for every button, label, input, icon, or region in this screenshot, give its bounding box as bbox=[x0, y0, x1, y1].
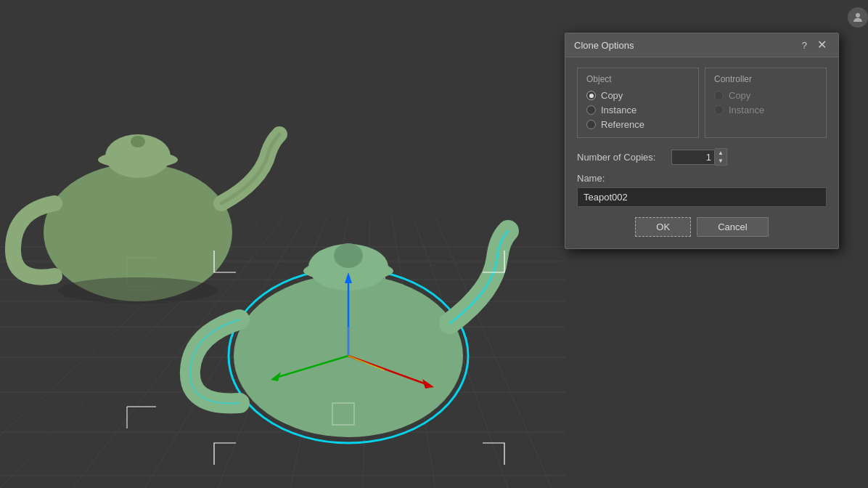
controller-copy-radio bbox=[714, 91, 724, 100]
dialog-body: Object Copy Instance bbox=[565, 57, 838, 248]
ok-button[interactable]: OK bbox=[635, 217, 691, 237]
number-of-copies-label: Number of Copies: bbox=[577, 152, 671, 163]
spinner-down-button[interactable]: ▼ bbox=[715, 157, 726, 165]
object-copy-label: Copy bbox=[601, 90, 623, 101]
object-instance-radio[interactable] bbox=[586, 105, 596, 115]
controller-copy-label: Copy bbox=[729, 90, 750, 101]
svg-point-40 bbox=[856, 13, 860, 17]
svg-point-24 bbox=[131, 136, 145, 147]
controller-radio-group: Copy Instance bbox=[714, 90, 817, 115]
number-of-copies-row: Number of Copies: ▲ ▼ bbox=[577, 148, 827, 166]
object-section: Object Copy Instance bbox=[577, 68, 699, 138]
object-copy-radio[interactable] bbox=[586, 91, 596, 100]
controller-section-label: Controller bbox=[714, 74, 817, 84]
dialog-titlebar: Clone Options ? ✕ bbox=[565, 33, 838, 57]
name-label: Name: bbox=[577, 173, 827, 184]
spinner-up-button[interactable]: ▲ bbox=[715, 149, 726, 157]
controller-instance-label: Instance bbox=[729, 105, 764, 115]
object-reference-label: Reference bbox=[601, 119, 644, 130]
svg-point-30 bbox=[334, 243, 363, 268]
controller-instance-radio bbox=[714, 105, 724, 115]
name-input[interactable] bbox=[577, 187, 827, 207]
svg-point-25 bbox=[58, 277, 218, 304]
cancel-button[interactable]: Cancel bbox=[697, 217, 768, 237]
spinner-wrapper: ▲ ▼ bbox=[671, 148, 727, 166]
object-copy-option[interactable]: Copy bbox=[586, 90, 689, 101]
dialog-title: Clone Options bbox=[574, 40, 634, 51]
controller-section: Controller Copy Instance bbox=[705, 68, 827, 138]
object-reference-option[interactable]: Reference bbox=[586, 119, 689, 130]
spinner-arrows: ▲ ▼ bbox=[715, 148, 727, 166]
number-of-copies-input[interactable] bbox=[671, 150, 715, 165]
dialog-controls: ? ✕ bbox=[799, 39, 830, 51]
controller-copy-option: Copy bbox=[714, 90, 817, 101]
sections-row: Object Copy Instance bbox=[577, 68, 827, 138]
object-instance-option[interactable]: Instance bbox=[586, 105, 689, 115]
user-icon[interactable] bbox=[848, 7, 868, 28]
object-reference-radio[interactable] bbox=[586, 120, 596, 129]
help-button[interactable]: ? bbox=[799, 40, 810, 51]
object-instance-label: Instance bbox=[601, 105, 636, 115]
clone-options-dialog: Clone Options ? ✕ Object Copy bbox=[565, 33, 839, 249]
close-button[interactable]: ✕ bbox=[814, 39, 830, 51]
dialog-buttons: OK Cancel bbox=[577, 217, 827, 237]
object-radio-group: Copy Instance Reference bbox=[586, 90, 689, 130]
object-section-label: Object bbox=[586, 74, 689, 84]
controller-instance-option: Instance bbox=[714, 105, 817, 115]
